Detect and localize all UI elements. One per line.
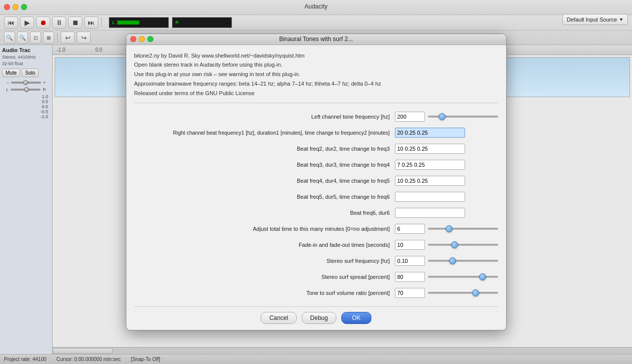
param-input-10[interactable] bbox=[395, 272, 425, 282]
param-label-9: Stereo surf frequency [hz] bbox=[134, 258, 395, 264]
dialog-info-text: bitone2.ny by David R. Sky www.shellworl… bbox=[134, 51, 498, 103]
param-input-11[interactable] bbox=[395, 288, 425, 298]
param-row-9: Stereo surf frequency [hz] bbox=[134, 254, 498, 267]
info-line-3: Use this plug-in at your own risk – see … bbox=[134, 70, 498, 79]
param-label-7: Adjust total time to this many minutes [… bbox=[134, 226, 395, 232]
dialog-titlebar: Binaural Tones with surf 2... bbox=[126, 34, 506, 45]
param-slider-thumb-7[interactable] bbox=[446, 225, 453, 232]
param-label-10: Stereo surf spread [percent] bbox=[134, 274, 395, 280]
param-label-8: Fade-in and fade-out times [seconds] bbox=[134, 242, 395, 248]
dialog-max-button[interactable] bbox=[147, 36, 153, 42]
param-input-group-8 bbox=[395, 240, 498, 250]
param-slider-0[interactable] bbox=[428, 116, 498, 118]
param-row-8: Fade-in and fade-out times [seconds] bbox=[134, 238, 498, 251]
param-input-8[interactable] bbox=[395, 240, 425, 250]
param-input-7[interactable] bbox=[395, 224, 425, 234]
info-line-5: Released under terms of the GNU Public L… bbox=[134, 89, 498, 98]
param-input-1[interactable] bbox=[395, 128, 465, 138]
param-slider-thumb-11[interactable] bbox=[472, 289, 479, 296]
param-row-10: Stereo surf spread [percent] bbox=[134, 270, 498, 283]
param-slider-7[interactable] bbox=[428, 228, 498, 230]
param-label-11: Tone to surf volume ratio [percent] bbox=[134, 290, 395, 296]
dialog-window-controls bbox=[130, 36, 153, 42]
param-input-6[interactable] bbox=[395, 208, 465, 218]
param-label-1: Right channel beat frequency1 [hz], dura… bbox=[134, 130, 395, 136]
binaural-dialog: Binaural Tones with surf 2... bitone2.ny… bbox=[126, 34, 507, 330]
param-slider-thumb-10[interactable] bbox=[479, 273, 486, 280]
param-input-group-11 bbox=[395, 288, 498, 298]
param-row-0: Left channel tone frequency [hz] bbox=[134, 110, 498, 123]
param-slider-thumb-9[interactable] bbox=[449, 257, 456, 264]
param-label-6: Beat freq6, dur6 bbox=[134, 210, 395, 216]
param-slider-9[interactable] bbox=[428, 260, 498, 262]
info-line-2: Open blank stereo track in Audacity befo… bbox=[134, 60, 498, 70]
param-input-group-7 bbox=[395, 224, 498, 234]
param-input-4[interactable] bbox=[395, 176, 465, 186]
debug-button[interactable]: Debug bbox=[302, 312, 336, 324]
param-input-group-9 bbox=[395, 256, 498, 266]
param-row-11: Tone to surf volume ratio [percent] bbox=[134, 286, 498, 299]
ok-button[interactable]: OK bbox=[341, 312, 371, 324]
dialog-buttons: Cancel Debug OK bbox=[134, 306, 498, 324]
info-line-1: bitone2.ny by David R. Sky www.shellworl… bbox=[134, 51, 498, 61]
param-input-2[interactable] bbox=[395, 144, 465, 154]
param-input-9[interactable] bbox=[395, 256, 425, 266]
param-slider-10[interactable] bbox=[428, 276, 498, 278]
param-row-2: Beat freq2, dur2, time change to freq3 bbox=[134, 142, 498, 155]
param-slider-thumb-8[interactable] bbox=[451, 241, 458, 248]
param-row-4: Beat freq4, dur4, time change to freq5 bbox=[134, 174, 498, 187]
param-input-3[interactable] bbox=[395, 160, 465, 170]
param-input-5[interactable] bbox=[395, 192, 465, 202]
dialog-overlay: Binaural Tones with surf 2... bitone2.ny… bbox=[0, 0, 632, 364]
param-input-group-10 bbox=[395, 272, 498, 282]
dialog-title: Binaural Tones with surf 2... bbox=[279, 36, 353, 43]
param-label-2: Beat freq2, dur2, time change to freq3 bbox=[134, 146, 395, 152]
param-input-group-0 bbox=[395, 112, 498, 122]
param-row-7: Adjust total time to this many minutes [… bbox=[134, 222, 498, 235]
param-label-0: Left channel tone frequency [hz] bbox=[134, 114, 395, 120]
dialog-min-button[interactable] bbox=[139, 36, 145, 42]
dialog-body: bitone2.ny by David R. Sky www.shellworl… bbox=[126, 45, 506, 330]
dialog-close-button[interactable] bbox=[130, 36, 136, 42]
param-slider-11[interactable] bbox=[428, 292, 498, 294]
param-slider-8[interactable] bbox=[428, 244, 498, 246]
cancel-button[interactable]: Cancel bbox=[261, 312, 296, 324]
param-label-3: Beat freq3, dur3, time change to freq4 bbox=[134, 162, 395, 168]
param-label-4: Beat freq4, dur4, time change to freq5 bbox=[134, 178, 395, 184]
info-line-4: Approximate brainwave frequency ranges: … bbox=[134, 79, 498, 89]
param-row-1: Right channel beat frequency1 [hz], dura… bbox=[134, 126, 498, 139]
param-row-5: Beat freq5, dur5, time change to freq6 bbox=[134, 190, 498, 203]
param-row-3: Beat freq3, dur3, time change to freq4 bbox=[134, 158, 498, 171]
param-input-0[interactable] bbox=[395, 112, 425, 122]
param-slider-thumb-0[interactable] bbox=[439, 113, 446, 120]
param-label-5: Beat freq5, dur5, time change to freq6 bbox=[134, 194, 395, 200]
param-row-6: Beat freq6, dur6 bbox=[134, 206, 498, 219]
